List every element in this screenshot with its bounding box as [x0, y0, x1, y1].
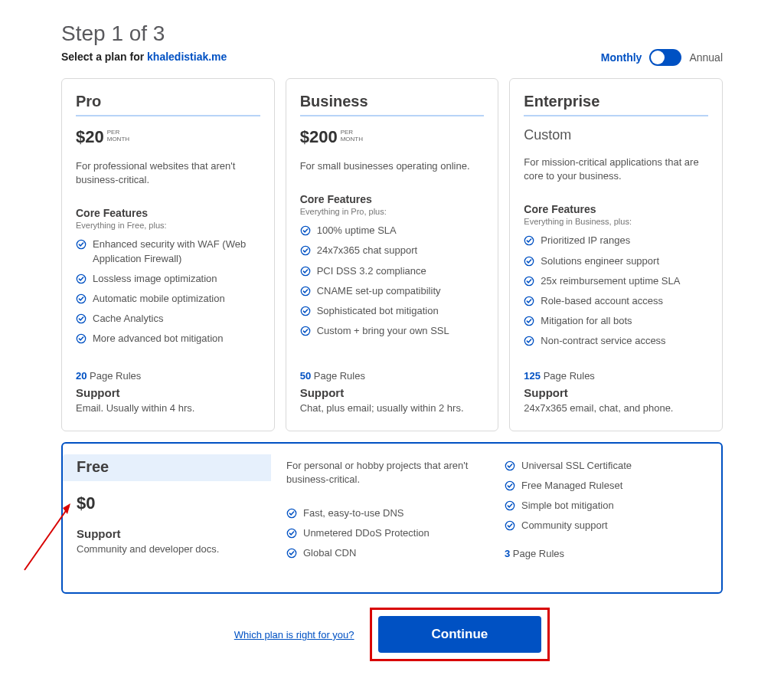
feature-item: 24x7x365 chat support [300, 244, 485, 257]
plan-card-enterprise[interactable]: EnterpriseCustomFor mission-critical app… [509, 78, 723, 431]
feature-item: Solutions engineer support [524, 254, 708, 268]
plan-price: $0 [77, 493, 257, 513]
core-features-title: Core Features [300, 193, 485, 205]
check-circle-icon [524, 296, 534, 306]
check-circle-icon [300, 286, 311, 297]
check-circle-icon [300, 225, 311, 236]
core-features-sub: Everything in Pro, plus: [300, 207, 485, 216]
feature-item: Automatic mobile optimization [76, 292, 260, 306]
feature-item: Simple bot mitigation [505, 499, 707, 513]
subtitle-prefix: Select a plan for [61, 51, 147, 63]
rules-label: Page Rules [87, 370, 141, 382]
domain-link[interactable]: khaledistiak.me [147, 51, 227, 63]
plan-card-business[interactable]: Business$200PERMONTHFor small businesses… [286, 78, 499, 431]
check-circle-icon [76, 274, 87, 284]
check-circle-icon [76, 239, 87, 250]
support-title: Support [77, 527, 257, 540]
feature-item: Global CDN [286, 546, 489, 560]
check-circle-icon [286, 528, 297, 539]
feature-item: Mitigation for all bots [524, 314, 708, 328]
feature-item: Unmetered DDoS Protection [286, 526, 489, 540]
plan-desc: For personal or hobby projects that aren… [286, 459, 489, 487]
check-circle-icon [524, 316, 534, 326]
billing-toggle[interactable]: Monthly Annual [601, 49, 723, 66]
check-circle-icon [505, 480, 515, 491]
support-desc: Chat, plus email; usually within 2 hrs. [300, 402, 485, 414]
plan-desc: For professional websites that aren't bu… [76, 159, 260, 187]
plan-name: Free [77, 458, 257, 476]
plan-price: $200 [300, 127, 338, 147]
support-title: Support [524, 386, 708, 399]
step-title: Step 1 of 3 [61, 21, 227, 46]
continue-button[interactable]: Continue [378, 616, 542, 653]
support-desc: Community and developer docs. [77, 543, 257, 555]
plan-price-custom: Custom [524, 127, 708, 143]
feature-item: Free Managed Ruleset [505, 479, 707, 493]
support-title: Support [300, 386, 485, 399]
check-circle-icon [505, 500, 515, 511]
check-circle-icon [286, 508, 297, 519]
feature-item: Cache Analytics [76, 312, 260, 326]
rules-label: Page Rules [541, 370, 595, 382]
feature-item: Fast, easy-to-use DNS [286, 506, 489, 520]
check-circle-icon [300, 266, 311, 277]
core-features-title: Core Features [76, 207, 260, 219]
core-features-sub: Everything in Business, plus: [524, 217, 708, 226]
feature-item: CNAME set-up compatibility [300, 284, 485, 298]
plan-name: Business [300, 93, 485, 116]
per-month: PERMONTH [107, 127, 129, 143]
check-circle-icon [300, 306, 311, 316]
feature-item: 100% uptime SLA [300, 224, 485, 238]
rules-label: Page Rules [510, 548, 564, 559]
check-circle-icon [300, 245, 311, 256]
support-title: Support [76, 386, 260, 399]
plan-desc: For mission-critical applications that a… [524, 156, 708, 183]
rules-count: 20 [76, 370, 87, 382]
check-circle-icon [76, 313, 87, 324]
feature-item: PCI DSS 3.2 compliance [300, 264, 485, 278]
billing-annual-label: Annual [689, 51, 723, 64]
page-rules: 50 Page Rules [300, 370, 485, 382]
check-circle-icon [524, 336, 534, 346]
per-month: PERMONTH [341, 127, 363, 143]
page-rules: 125 Page Rules [524, 370, 708, 382]
feature-item: Lossless image optimization [76, 272, 260, 286]
feature-item: Sophisticated bot mitigation [300, 304, 485, 318]
check-circle-icon [286, 548, 297, 559]
help-link[interactable]: Which plan is right for you? [234, 629, 354, 641]
feature-item: Non-contract service access [524, 334, 708, 348]
feature-item: More advanced bot mitigation [76, 332, 260, 346]
feature-item: Custom + bring your own SSL [300, 324, 485, 338]
plan-name: Enterprise [524, 93, 708, 116]
page-rules: 3 Page Rules [505, 548, 707, 559]
free-name-highlight: Free [63, 454, 271, 481]
plan-price: $20 [76, 127, 104, 147]
rules-label: Page Rules [311, 370, 365, 382]
check-circle-icon [505, 520, 515, 531]
check-circle-icon [76, 333, 87, 344]
check-circle-icon [76, 293, 87, 304]
plan-desc: For small businesses operating online. [300, 159, 485, 173]
billing-monthly-label: Monthly [601, 51, 642, 64]
core-features-sub: Everything in Free, plus: [76, 221, 260, 230]
plan-card-pro[interactable]: Pro$20PERMONTHFor professional websites … [61, 78, 275, 431]
feature-item: Role-based account access [524, 294, 708, 308]
plan-card-free[interactable]: Free $0 Support Community and developer … [61, 442, 723, 595]
check-circle-icon [524, 256, 534, 267]
feature-item: Enhanced security with WAF (Web Applicat… [76, 238, 260, 265]
feature-item: Prioritized IP ranges [524, 234, 708, 247]
feature-item: Community support [505, 519, 707, 532]
check-circle-icon [524, 235, 534, 246]
check-circle-icon [505, 460, 515, 471]
feature-item: 25x reimbursement uptime SLA [524, 274, 708, 288]
support-desc: Email. Usually within 4 hrs. [76, 402, 260, 414]
rules-count: 50 [300, 370, 311, 382]
plan-name: Pro [76, 93, 260, 116]
core-features-title: Core Features [524, 203, 708, 215]
support-desc: 24x7x365 email, chat, and phone. [524, 402, 708, 414]
toggle-switch[interactable] [649, 49, 681, 66]
subtitle: Select a plan for khaledistiak.me [61, 51, 227, 63]
check-circle-icon [524, 276, 534, 287]
annotation-box: Continue [370, 608, 550, 661]
feature-item: Universal SSL Certificate [505, 459, 707, 473]
